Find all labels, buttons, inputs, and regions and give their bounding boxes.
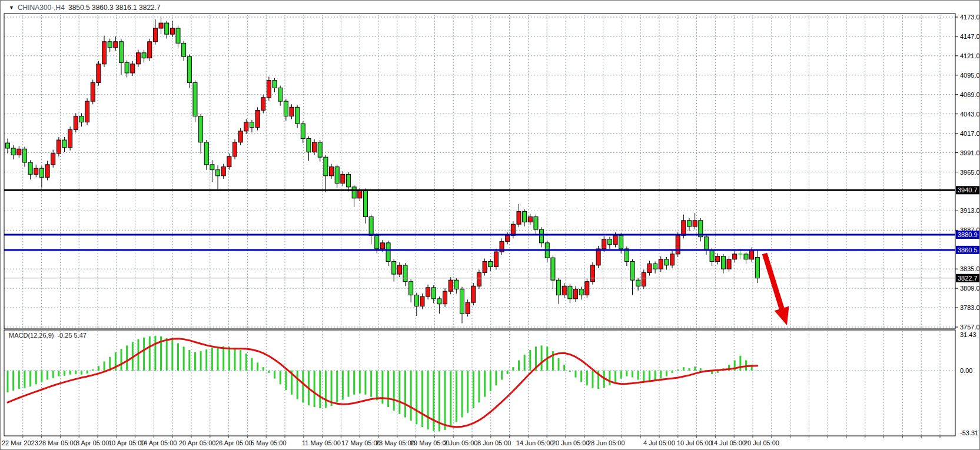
macd-bar <box>586 371 588 385</box>
macd-bar <box>484 371 486 397</box>
macd-bar <box>580 371 582 382</box>
macd-bar <box>205 349 207 371</box>
candle <box>642 273 646 286</box>
time-label: 10 Jul 05:00 <box>677 439 712 446</box>
macd-bar <box>285 371 287 390</box>
candle <box>716 256 720 262</box>
candle <box>28 162 32 174</box>
macd-bar <box>541 345 543 371</box>
macd-bar <box>689 368 690 371</box>
macd-bar <box>46 371 48 380</box>
macd-bar <box>12 371 14 391</box>
candle <box>238 131 242 142</box>
macd-bar <box>518 361 520 371</box>
price-axis-label: 4173.0 <box>960 14 980 21</box>
candle <box>579 289 583 295</box>
candle <box>375 235 379 249</box>
macd-bar <box>18 371 20 389</box>
symbol-label: CHINA300-,H4 <box>18 4 65 12</box>
macd-bar <box>632 371 633 378</box>
candle <box>17 149 21 155</box>
candle <box>585 282 589 295</box>
macd-bar <box>217 346 219 371</box>
macd-indicator-values: -0.25 5.47 <box>57 332 87 339</box>
macd-bar <box>268 371 270 373</box>
candle <box>244 122 248 131</box>
macd-bar <box>655 371 656 381</box>
macd-bar <box>529 350 531 371</box>
macd-bar <box>456 371 457 422</box>
candle <box>227 156 231 167</box>
candle <box>704 237 708 251</box>
candle <box>125 62 129 73</box>
symbol-dropdown-icon[interactable]: ▼ <box>9 5 14 11</box>
candle <box>443 291 447 304</box>
macd-bar <box>200 351 202 371</box>
candle <box>267 81 271 98</box>
time-label: 28 Jun 05:00 <box>587 439 625 446</box>
macd-bar <box>473 371 474 408</box>
macd-bar <box>81 371 82 375</box>
macd-bar <box>626 371 627 376</box>
candle <box>142 53 146 58</box>
candle <box>619 235 623 249</box>
time-label: 20 Apr 05:00 <box>179 439 215 446</box>
candle <box>607 239 612 245</box>
macd-bar <box>183 346 185 371</box>
candle <box>670 254 675 265</box>
macd-bar <box>348 371 350 397</box>
macd-bar <box>444 371 446 430</box>
trend-arrow-head[interactable] <box>775 306 789 325</box>
candle <box>392 262 396 275</box>
candle <box>511 224 515 235</box>
candle <box>278 88 283 101</box>
macd-bar <box>507 371 509 374</box>
candle <box>261 98 265 111</box>
candle <box>540 229 544 243</box>
svg-text:3880.9: 3880.9 <box>958 231 978 238</box>
macd-bar <box>376 371 378 400</box>
candle <box>148 42 152 58</box>
candle <box>483 262 487 273</box>
time-label: 22 Mar 2023 <box>2 439 38 446</box>
candle <box>369 217 373 236</box>
macd-bar <box>336 371 338 402</box>
chart-window: ▼ CHINA300-,H4 3850.5 3860.3 3816.1 3822… <box>0 0 980 450</box>
candle <box>295 107 300 124</box>
macd-bar <box>666 371 667 376</box>
candle <box>22 149 26 162</box>
candle <box>62 140 67 148</box>
candle <box>687 221 692 226</box>
price-chart-canvas[interactable]: 4173.04147.04121.04095.04069.04043.04017… <box>1 1 980 450</box>
macd-bar <box>756 371 758 371</box>
candle <box>6 143 10 148</box>
macd-scale-label: 0.00 <box>960 367 972 374</box>
macd-bar <box>274 371 275 379</box>
price-axis-label: 3991.0 <box>960 149 980 156</box>
ohlc-readout: 3850.5 3860.3 3816.1 3822.7 <box>68 4 161 12</box>
macd-bar <box>490 371 491 391</box>
macd-bar <box>314 371 315 407</box>
macd-indicator-label: MACD(12,26,9) -0.25 5.47 <box>9 332 87 339</box>
macd-bar <box>643 371 645 381</box>
candle <box>170 28 174 34</box>
candle <box>182 43 186 56</box>
candle <box>335 167 339 184</box>
macd-bar <box>245 354 247 371</box>
candle <box>636 280 640 286</box>
candle <box>386 243 390 262</box>
candle <box>506 235 510 241</box>
trend-arrow-shaft[interactable] <box>765 254 783 312</box>
svg-text:3940.7: 3940.7 <box>958 186 978 194</box>
macd-bar <box>149 336 151 371</box>
candle <box>363 191 367 216</box>
price-axis-label: 4121.0 <box>960 52 980 59</box>
candle <box>551 258 555 280</box>
candle <box>313 142 317 152</box>
macd-bar <box>620 371 622 379</box>
candle <box>159 23 163 28</box>
candle <box>290 107 294 116</box>
price-axis: 4173.04147.04121.04095.04069.04043.04017… <box>955 14 980 436</box>
macd-bar <box>404 371 406 418</box>
candle <box>255 110 260 127</box>
